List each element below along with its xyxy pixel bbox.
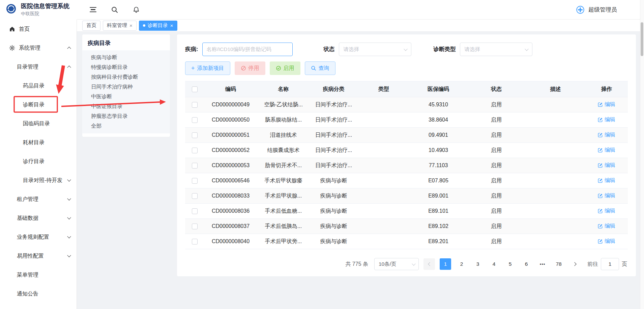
goto-page-input[interactable] bbox=[601, 258, 619, 270]
scrollbar-thumb[interactable] bbox=[641, 22, 643, 56]
page-6[interactable]: 6 bbox=[521, 258, 532, 270]
next-page-button[interactable] bbox=[569, 258, 581, 270]
sidebar-item-national-code-catalog[interactable]: 国临码目录 bbox=[0, 114, 77, 133]
diag-type-filter-label: 诊断类型 bbox=[434, 46, 456, 53]
sidebar-item-tenant-mgmt[interactable]: 租户管理 bbox=[0, 190, 77, 209]
row-checkbox[interactable] bbox=[192, 239, 198, 244]
sidebar-item-diagnosis-catalog[interactable]: 诊断目录 bbox=[0, 95, 77, 114]
row-checkbox[interactable] bbox=[192, 117, 198, 123]
tab-diagnosis-catalog[interactable]: 诊断目录 × bbox=[139, 21, 177, 31]
sidebar-item-system-mgmt[interactable]: 系统管理 bbox=[0, 38, 77, 57]
page-4[interactable]: 4 bbox=[488, 258, 500, 270]
app-title: 医院信息管理系统 bbox=[21, 3, 69, 10]
col-insurance: 医保编码 bbox=[410, 81, 467, 97]
row-checkbox[interactable] bbox=[192, 163, 198, 169]
row-checkbox[interactable] bbox=[192, 148, 198, 153]
sidebar-item-catalog-mgmt[interactable]: 目录管理 bbox=[0, 57, 77, 76]
col-desc: 描述 bbox=[526, 81, 585, 97]
enable-button[interactable]: 启用 bbox=[270, 61, 300, 75]
sidebar-item-usability-config[interactable]: 易用性配置 bbox=[0, 247, 77, 265]
edit-button[interactable]: 编辑 bbox=[598, 147, 615, 154]
sidebar-item-home[interactable]: 首页 bbox=[0, 20, 77, 38]
sidebar: 首页 系统管理 目录管理 药品目录 诊断目录 国临码目录 耗材目录 诊疗目录 目… bbox=[0, 20, 77, 309]
edit-button[interactable]: 编辑 bbox=[598, 192, 615, 199]
chevron-down-icon bbox=[67, 234, 71, 238]
disable-button[interactable]: 停用 bbox=[235, 61, 265, 75]
chevron-down-icon bbox=[67, 253, 71, 257]
content-panel: 疾病: 状态 请选择 诊断类型 请选择 + 添加新项目 停用 bbox=[177, 34, 636, 276]
query-button[interactable]: 查询 bbox=[305, 61, 335, 75]
tab-home[interactable]: 首页 bbox=[82, 21, 100, 31]
sidebar-item-base-data[interactable]: 基础数据 bbox=[0, 209, 77, 228]
page-1[interactable]: 1 bbox=[440, 258, 451, 270]
edit-button[interactable]: 编辑 bbox=[598, 223, 615, 230]
edit-button[interactable]: 编辑 bbox=[598, 116, 615, 123]
page-last[interactable]: 78 bbox=[553, 258, 564, 270]
row-checkbox[interactable] bbox=[192, 178, 198, 184]
sidebar-item-business-rules[interactable]: 业务规则配置 bbox=[0, 228, 77, 247]
select-all-checkbox[interactable] bbox=[192, 86, 198, 92]
row-checkbox[interactable] bbox=[192, 224, 198, 229]
sidebar-item-notice[interactable]: 通知公告 bbox=[0, 284, 77, 303]
diag-type-select[interactable]: 请选择 bbox=[460, 43, 532, 56]
page-size-select[interactable]: 10条/页 bbox=[374, 258, 419, 270]
catalog-item-tumor-morphology[interactable]: 肿瘤形态学目录 bbox=[82, 111, 170, 121]
edit-icon bbox=[598, 224, 603, 229]
table-row: CD0000006546 手术后甲状腺瘘 疾病与诊断 E07.805 启用 编辑 bbox=[185, 173, 628, 188]
catalog-item-all[interactable]: 全部 bbox=[82, 121, 170, 131]
edit-button[interactable]: 编辑 bbox=[598, 238, 615, 245]
edit-button[interactable]: 编辑 bbox=[598, 131, 615, 138]
disease-search-input[interactable] bbox=[202, 43, 293, 56]
close-icon[interactable]: × bbox=[170, 23, 173, 28]
sidebar-item-consumable-catalog[interactable]: 耗材目录 bbox=[0, 133, 77, 152]
edit-button[interactable]: 编辑 bbox=[598, 101, 615, 108]
catalog-item-chronic[interactable]: 特慢病诊断目录 bbox=[82, 62, 170, 72]
chevron-up-icon bbox=[67, 66, 71, 69]
chevron-down-icon bbox=[412, 262, 415, 265]
chevron-down-icon bbox=[525, 47, 528, 51]
catalog-item-tcm-syndrome[interactable]: 中医证候目录 bbox=[82, 102, 170, 111]
edit-icon bbox=[598, 117, 603, 122]
row-checkbox[interactable] bbox=[192, 193, 198, 199]
sidebar-item-treatment-catalog[interactable]: 诊疗目录 bbox=[0, 152, 77, 171]
page-2[interactable]: 2 bbox=[456, 258, 467, 270]
more-pages-icon[interactable]: ••• bbox=[537, 258, 548, 270]
app-logo-icon bbox=[5, 3, 18, 17]
catalog-item-pay-by-disease[interactable]: 按病种目录付费诊断 bbox=[82, 72, 170, 82]
scrollbar-track bbox=[640, 0, 644, 309]
edit-button[interactable]: 编辑 bbox=[598, 177, 615, 184]
edit-button[interactable]: 编辑 bbox=[598, 207, 615, 214]
bell-icon[interactable] bbox=[131, 5, 141, 15]
search-icon[interactable] bbox=[110, 5, 119, 15]
catalog-item-day-surgery[interactable]: 日间手术治疗病种 bbox=[82, 82, 170, 92]
row-checkbox[interactable] bbox=[192, 132, 198, 138]
sidebar-item-drug-catalog[interactable]: 药品目录 bbox=[0, 76, 77, 95]
add-item-button[interactable]: + 添加新项目 bbox=[185, 61, 230, 75]
status-select[interactable]: 请选择 bbox=[339, 43, 411, 56]
gear-icon bbox=[9, 45, 16, 51]
edit-button[interactable]: 编辑 bbox=[598, 162, 615, 169]
page-3[interactable]: 3 bbox=[472, 258, 484, 270]
table-row: CD0000008040 手术后甲状旁... 疾病与诊断 E89.201 启用 … bbox=[185, 234, 628, 249]
edit-icon bbox=[598, 163, 603, 168]
edit-icon bbox=[598, 193, 603, 198]
prev-page-button[interactable] bbox=[423, 258, 435, 270]
table-row: CD0000000053 肋骨切开术不... 日间手术治疗... 77.1103… bbox=[185, 158, 628, 173]
user-area[interactable]: 超级管理员 bbox=[576, 5, 644, 15]
sidebar-item-menu-mgmt[interactable]: 菜单管理 bbox=[0, 265, 77, 284]
catalog-item-tcm-diagnosis[interactable]: 中医诊断 bbox=[82, 92, 170, 102]
collapse-menu-icon[interactable] bbox=[88, 5, 98, 15]
tab-department-mgmt[interactable]: 科室管理 × bbox=[103, 21, 137, 31]
logo-area: 医院信息管理系统 中联医院 bbox=[0, 0, 77, 20]
close-icon[interactable]: × bbox=[129, 23, 133, 28]
row-checkbox[interactable] bbox=[192, 208, 198, 214]
toolbar: + 添加新项目 停用 启用 查询 bbox=[185, 61, 628, 75]
table-row: CD0000000051 泪道挂线术 日间手术治疗... 09.4901 启用 … bbox=[185, 128, 628, 143]
disease-filter-label: 疾病: bbox=[185, 46, 198, 53]
page-5[interactable]: 5 bbox=[504, 258, 516, 270]
catalog-item-disease-diagnosis[interactable]: 疾病与诊断 bbox=[82, 53, 170, 62]
sidebar-item-catalog-mapping[interactable]: 目录对照-待开发 bbox=[0, 171, 77, 190]
catalog-panel-title: 疾病目录 bbox=[82, 34, 170, 50]
row-checkbox[interactable] bbox=[192, 102, 198, 108]
table-row: CD0000008036 手术后低血糖... 疾病与诊断 E89.101 启用 … bbox=[185, 204, 628, 219]
